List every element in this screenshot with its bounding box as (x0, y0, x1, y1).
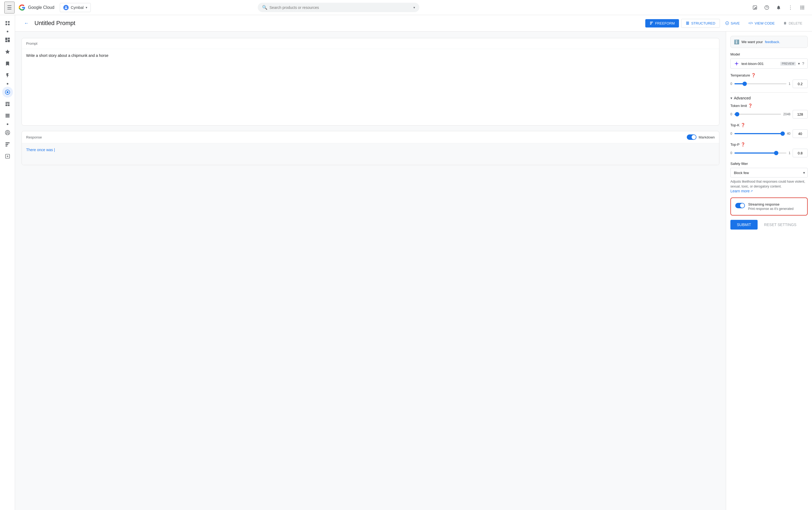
prompt-panel: Prompt Write a short story about a chipm… (22, 38, 719, 125)
model-dropdown-button[interactable]: ▾ (798, 61, 800, 66)
model-name: text-bison-001 (742, 62, 778, 66)
svg-point-4 (766, 8, 767, 9)
sidebar-item-tags[interactable] (2, 139, 13, 150)
svg-rect-21 (7, 39, 10, 42)
delete-button[interactable]: DELETE (780, 19, 806, 27)
topp-help-icon[interactable]: ❓ (741, 142, 745, 147)
svg-rect-41 (650, 24, 651, 25)
streaming-toggle-thumb (740, 203, 745, 208)
more-options-button[interactable]: ⋮ (785, 2, 796, 13)
chevron-down-icon: ▾ (730, 96, 732, 100)
split-layout: Prompt Write a short story about a chipm… (15, 31, 812, 510)
org-selector[interactable]: Cymbal ▾ (60, 3, 91, 12)
svg-point-45 (726, 22, 729, 25)
header-actions: FREEFORM STRUCTURED SAVE </> VIEW CODE D… (645, 19, 806, 28)
svg-rect-42 (686, 22, 689, 22)
svg-rect-10 (803, 7, 804, 8)
sidebar-item-upload[interactable] (2, 110, 13, 121)
sidebar-item-insights[interactable] (2, 127, 13, 138)
org-icon (63, 5, 69, 10)
model-help-icon[interactable]: ? (802, 61, 804, 66)
google-cloud-logo[interactable]: Google Cloud (18, 3, 54, 12)
safety-filter-param: Safety filter Block few Block some Block… (730, 162, 808, 193)
notifications-icon-button[interactable] (773, 2, 784, 13)
token-value-input[interactable] (792, 110, 808, 118)
streaming-response-box: Streaming response Print response as it'… (730, 197, 808, 216)
sidebar-item-models[interactable] (2, 46, 13, 57)
safety-select[interactable]: Block few Block some Block most (730, 168, 808, 177)
reset-settings-button[interactable]: RESET SETTINGS (760, 220, 801, 230)
topp-label: Top-P (730, 143, 740, 147)
markdown-toggle-switch[interactable] (687, 135, 696, 140)
topp-value-input[interactable] (792, 149, 808, 157)
freeform-button[interactable]: FREEFORM (645, 19, 679, 27)
search-input[interactable] (269, 5, 411, 10)
structured-button[interactable]: STRUCTURED (681, 19, 720, 28)
top-navigation: ☰ Google Cloud Cymbal ▾ 🔍 ▾ ⋮ (0, 0, 812, 15)
back-button[interactable]: ← (22, 18, 31, 28)
editor-area: Prompt Write a short story about a chipm… (15, 31, 726, 510)
token-help-icon[interactable]: ❓ (748, 104, 752, 108)
org-dropdown-arrow: ▾ (86, 6, 87, 9)
temperature-slider[interactable] (734, 83, 787, 84)
sidebar-item-settings[interactable] (2, 151, 13, 162)
svg-rect-28 (5, 105, 7, 106)
sidebar-item-tables[interactable] (2, 98, 13, 109)
topk-help-icon[interactable]: ❓ (741, 123, 745, 127)
streaming-toggle-switch[interactable] (735, 203, 745, 208)
temperature-help-icon[interactable]: ❓ (751, 73, 756, 77)
prompt-textarea[interactable]: Write a short story about a chipmunk and… (22, 49, 719, 124)
submit-button[interactable]: SUBMIT (730, 220, 758, 230)
svg-rect-7 (803, 6, 804, 6)
topk-max: 40 (787, 132, 790, 136)
svg-point-34 (6, 131, 8, 133)
feedback-link[interactable]: feedback. (765, 40, 780, 44)
image-icon-button[interactable] (750, 2, 760, 13)
org-name: Cymbal (71, 5, 84, 10)
help-icon-button[interactable] (761, 2, 772, 13)
hamburger-menu-button[interactable]: ☰ (4, 2, 14, 13)
markdown-label: Markdown (699, 135, 715, 139)
svg-rect-8 (801, 7, 801, 8)
model-section-title: Model (730, 52, 808, 56)
sidebar-item-bookmarks[interactable] (2, 58, 13, 69)
svg-rect-32 (5, 117, 9, 117)
learn-more-text: Learn more (730, 189, 750, 193)
sidebar-item-ai-studio[interactable] (2, 87, 13, 97)
token-slider[interactable] (734, 114, 781, 115)
response-label: Response (26, 135, 42, 139)
advanced-label: Advanced (734, 96, 751, 100)
topp-fill (734, 152, 776, 153)
topk-value-input[interactable] (792, 129, 808, 138)
sidebar-item-home[interactable] (2, 18, 13, 29)
svg-rect-14 (5, 21, 7, 23)
topk-min: 0 (730, 132, 732, 136)
topk-param: Top-K ❓ 0 40 (730, 123, 808, 138)
svg-rect-30 (5, 114, 9, 115)
temperature-value-input[interactable] (792, 80, 808, 88)
apps-grid-button[interactable] (797, 2, 808, 13)
response-panel: Response Markdown There once was | (22, 131, 719, 165)
save-button[interactable]: SAVE (722, 19, 743, 27)
view-code-label: VIEW CODE (755, 21, 775, 25)
prompt-label: Prompt (22, 38, 719, 49)
svg-marker-22 (5, 50, 10, 54)
bottom-actions: SUBMIT RESET SETTINGS (730, 220, 808, 230)
learn-more-link[interactable]: Learn more ↗ (730, 189, 753, 193)
external-link-icon: ↗ (750, 190, 753, 193)
svg-rect-44 (686, 24, 689, 25)
svg-rect-16 (5, 24, 7, 25)
sidebar-item-dashboard[interactable] (2, 34, 13, 45)
topk-thumb (781, 132, 785, 136)
sidebar-item-features[interactable] (2, 70, 13, 81)
sidebar (0, 15, 15, 510)
view-code-button[interactable]: </> VIEW CODE (745, 19, 778, 27)
temperature-max: 1 (789, 82, 790, 86)
topp-thumb (774, 151, 778, 155)
svg-rect-40 (650, 23, 652, 23)
topp-slider[interactable] (734, 152, 787, 153)
advanced-toggle[interactable]: ▾ Advanced (730, 96, 808, 100)
page-title: Untitled Prompt (34, 20, 642, 27)
topk-slider[interactable] (734, 133, 785, 134)
safety-select-row: Block few Block some Block most ▾ (730, 168, 808, 177)
